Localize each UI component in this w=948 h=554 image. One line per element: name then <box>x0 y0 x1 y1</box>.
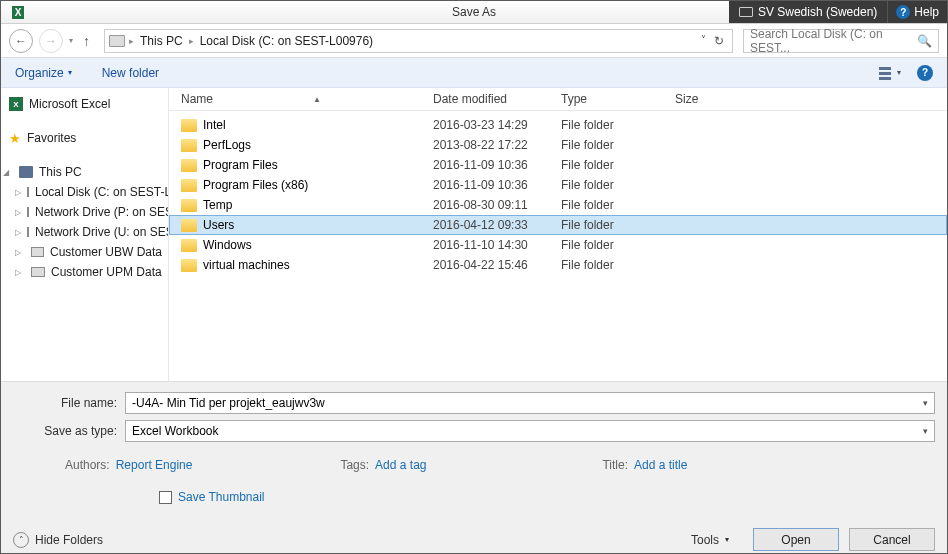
history-dropdown-icon[interactable]: ▾ <box>69 36 73 45</box>
savetype-value: Excel Workbook <box>132 424 218 438</box>
forward-button[interactable]: → <box>39 29 63 53</box>
file-row[interactable]: Windows2016-11-10 14:30File folder <box>169 235 947 255</box>
file-type: File folder <box>561 218 675 232</box>
folder-icon <box>181 219 197 232</box>
search-placeholder: Search Local Disk (C: on SEST... <box>750 27 917 55</box>
file-name: Program Files <box>203 158 278 172</box>
expand-icon[interactable]: ▷ <box>15 248 25 257</box>
chevron-right-icon: ▸ <box>129 36 134 46</box>
file-name: PerfLogs <box>203 138 251 152</box>
title-bar: X Save As SV Swedish (Sweden) ? Help <box>1 1 947 24</box>
file-date: 2016-11-09 10:36 <box>433 178 561 192</box>
expand-icon[interactable]: ◢ <box>3 168 13 177</box>
bottom-panel: File name: -U4A- Min Tid per projekt_eau… <box>1 381 947 554</box>
sidebar-drive-item[interactable]: ▷Customer UBW Data <box>1 242 168 262</box>
open-button[interactable]: Open <box>753 528 839 551</box>
keyboard-icon <box>739 7 753 17</box>
sidebar-excel-label: Microsoft Excel <box>29 97 110 111</box>
file-type: File folder <box>561 178 675 192</box>
sidebar-this-pc[interactable]: ◢ This PC <box>1 162 168 182</box>
expand-icon[interactable]: ▷ <box>15 208 21 217</box>
cancel-button[interactable]: Cancel <box>849 528 935 551</box>
column-name[interactable]: Name ▲ <box>181 92 433 106</box>
savetype-select[interactable]: Excel Workbook ▾ <box>125 420 935 442</box>
file-name: virtual machines <box>203 258 290 272</box>
title-label: Title: <box>602 458 628 472</box>
organize-label: Organize <box>15 66 64 80</box>
chevron-down-icon[interactable]: ˅ <box>701 34 706 48</box>
up-button[interactable]: ↑ <box>79 33 94 49</box>
column-headers: Name ▲ Date modified Type Size <box>169 88 947 111</box>
file-name: Intel <box>203 118 226 132</box>
file-row[interactable]: Program Files2016-11-09 10:36File folder <box>169 155 947 175</box>
hide-folders-label: Hide Folders <box>35 533 103 547</box>
sidebar-drive-item[interactable]: ▷Customer UPM Data <box>1 262 168 282</box>
drive-label: Local Disk (C: on SEST-L00976) <box>35 185 169 199</box>
file-row[interactable]: PerfLogs2013-08-22 17:22File folder <box>169 135 947 155</box>
sidebar-drive-item[interactable]: ▷Local Disk (C: on SEST-L00976) <box>1 182 168 202</box>
tags-label: Tags: <box>340 458 369 472</box>
drive-icon <box>109 35 125 47</box>
file-date: 2016-11-09 10:36 <box>433 158 561 172</box>
file-date: 2016-03-23 14:29 <box>433 118 561 132</box>
new-folder-label: New folder <box>102 66 159 80</box>
chevron-down-icon: ▾ <box>68 68 72 77</box>
file-row[interactable]: Users2016-04-12 09:33File folder <box>169 215 947 235</box>
expand-icon[interactable]: ▷ <box>15 268 25 277</box>
expand-icon[interactable]: ▷ <box>15 228 21 237</box>
tools-dropdown[interactable]: Tools ▾ <box>691 533 729 547</box>
window-title: Save As <box>452 5 496 19</box>
drive-label: Network Drive (U: on SEST-L00976) <box>35 225 169 239</box>
language-indicator[interactable]: SV Swedish (Sweden) <box>729 1 888 23</box>
address-bar[interactable]: ▸ This PC ▸ Local Disk (C: on SEST-L0097… <box>104 29 733 53</box>
new-folder-button[interactable]: New folder <box>102 66 159 80</box>
search-icon: 🔍 <box>917 34 932 48</box>
chevron-down-icon[interactable]: ▾ <box>923 398 928 408</box>
sidebar-excel[interactable]: X Microsoft Excel <box>1 94 168 114</box>
sort-ascending-icon: ▲ <box>313 95 321 104</box>
file-type: File folder <box>561 118 675 132</box>
file-row[interactable]: virtual machines2016-04-22 15:46File fol… <box>169 255 947 275</box>
file-type: File folder <box>561 238 675 252</box>
title-value[interactable]: Add a title <box>634 458 687 472</box>
drive-label: Customer UBW Data <box>50 245 162 259</box>
file-type: File folder <box>561 158 675 172</box>
breadcrumb-drive[interactable]: Local Disk (C: on SEST-L00976) <box>198 34 375 48</box>
back-button[interactable]: ← <box>9 29 33 53</box>
folder-icon <box>181 199 197 212</box>
sidebar-this-pc-label: This PC <box>39 165 82 179</box>
collapse-icon: ˄ <box>13 532 29 548</box>
drive-label: Customer UPM Data <box>51 265 162 279</box>
file-row[interactable]: Program Files (x86)2016-11-09 10:36File … <box>169 175 947 195</box>
save-thumbnail-label[interactable]: Save Thumbnail <box>178 490 265 504</box>
refresh-icon[interactable]: ↻ <box>714 34 724 48</box>
toolbar: Organize ▾ New folder ? <box>1 58 947 88</box>
view-options-button[interactable] <box>879 65 905 81</box>
organize-button[interactable]: Organize ▾ <box>15 66 72 80</box>
sidebar-favorites[interactable]: ★ Favorites <box>1 128 168 148</box>
drive-icon <box>27 227 29 237</box>
authors-value[interactable]: Report Engine <box>116 458 193 472</box>
filename-input[interactable]: -U4A- Min Tid per projekt_eaujwv3w ▾ <box>125 392 935 414</box>
expand-icon[interactable]: ▷ <box>15 188 21 197</box>
file-name: Program Files (x86) <box>203 178 308 192</box>
column-type[interactable]: Type <box>561 92 675 106</box>
save-thumbnail-checkbox[interactable] <box>159 491 172 504</box>
filename-label: File name: <box>13 396 125 410</box>
breadcrumb-root[interactable]: This PC <box>138 34 185 48</box>
file-row[interactable]: Temp2016-08-30 09:11File folder <box>169 195 947 215</box>
column-date[interactable]: Date modified <box>433 92 561 106</box>
sidebar-drive-item[interactable]: ▷Network Drive (U: on SEST-L00976) <box>1 222 168 242</box>
tags-value[interactable]: Add a tag <box>375 458 426 472</box>
sidebar: X Microsoft Excel ★ Favorites ◢ This PC … <box>1 88 169 381</box>
sidebar-drive-item[interactable]: ▷Network Drive (P: on SEST-L00976) <box>1 202 168 222</box>
file-row[interactable]: Intel2016-03-23 14:29File folder <box>169 115 947 135</box>
hide-folders-button[interactable]: ˄ Hide Folders <box>13 532 103 548</box>
svg-rect-1 <box>879 72 891 75</box>
column-size[interactable]: Size <box>675 92 755 106</box>
chevron-down-icon[interactable]: ▾ <box>923 426 928 436</box>
help-button[interactable]: ? Help <box>888 1 947 23</box>
search-input[interactable]: Search Local Disk (C: on SEST... 🔍 <box>743 29 939 53</box>
help-icon[interactable]: ? <box>917 65 933 81</box>
authors-label: Authors: <box>65 458 110 472</box>
